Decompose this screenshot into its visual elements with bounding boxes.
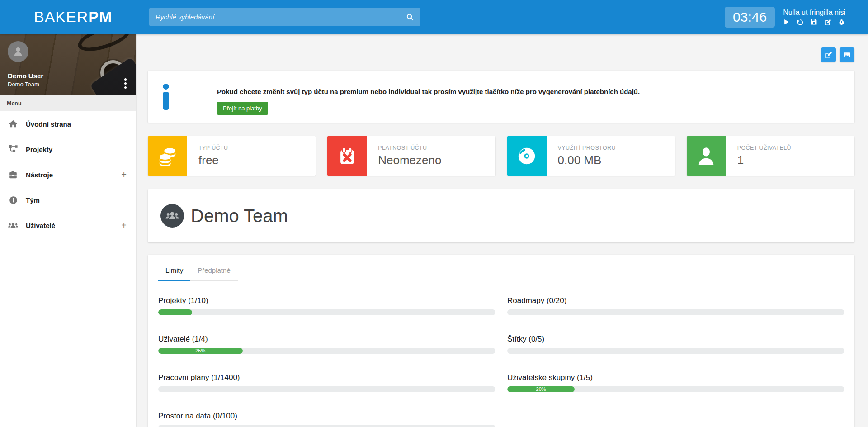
user-team-name: Demo Team — [8, 81, 39, 88]
sidebar-item-tym[interactable]: Tým — [0, 187, 136, 213]
limit-label: Uživatelé (1/4) — [158, 335, 495, 344]
limit-label: Štítky (0/5) — [507, 335, 844, 344]
photo-coffee-cup-decor — [100, 60, 126, 85]
progress-track: 25% — [158, 348, 495, 354]
tab-predplatne[interactable]: Předplatné — [190, 266, 238, 281]
stat-label: PLATNOST ÚČTU — [378, 145, 441, 151]
progress-fill: 25% — [158, 348, 243, 354]
user-name: Demo User — [8, 72, 43, 80]
limit-label: Pracovní plány (1/1400) — [158, 373, 495, 382]
progress-fill: 20% — [507, 386, 575, 392]
limit-label: Uživatelské skupiny (1/5) — [507, 373, 844, 382]
stat-value: free — [198, 153, 228, 167]
progress-track — [158, 386, 495, 392]
save-icon[interactable] — [811, 19, 817, 25]
sidebar-item-label: Tým — [26, 196, 40, 204]
expand-plus-icon[interactable]: + — [121, 220, 127, 231]
app-logo[interactable]: BAKERPM — [0, 8, 136, 26]
logo-text-bold: PM — [88, 8, 112, 25]
tab-limity[interactable]: Limity — [158, 266, 190, 281]
stat-card-user-count: POČET UŽIVATELŮ 1 — [687, 136, 854, 176]
stat-card-account-validity: PLATNOST ÚČTU Neomezeno — [327, 136, 495, 176]
page-actions — [148, 47, 854, 62]
timer-display[interactable]: 03:46 — [725, 7, 775, 28]
sidebar-item-label: Nástroje — [26, 171, 53, 179]
sidebar-item-projekty[interactable]: Projekty — [0, 137, 136, 162]
sidebar-item-nastroje[interactable]: Nástroje + — [0, 162, 136, 187]
stat-card-space-usage: VYUŽITÍ PROSTORU 0.00 MB — [507, 136, 675, 176]
kebab-menu-icon[interactable] — [124, 76, 127, 90]
undo-icon[interactable] — [797, 19, 804, 26]
search-input[interactable] — [149, 8, 400, 26]
team-header-card: Demo Team — [148, 189, 854, 242]
avatar[interactable] — [8, 41, 28, 62]
play-icon[interactable] — [783, 19, 790, 25]
stat-value: Neomezeno — [378, 153, 441, 167]
limits-tabs: Limity Předplatné — [158, 266, 238, 281]
profile-header: Demo User Demo Team — [0, 34, 136, 95]
stat-label: TYP ÚČTU — [198, 145, 228, 151]
users-icon — [7, 220, 19, 231]
limits-grid: Projekty (1/10) Roadmapy (0/20) Uživatel… — [158, 296, 844, 427]
home-icon — [7, 119, 19, 129]
go-to-payments-button[interactable]: Přejít na platby — [217, 102, 268, 115]
menu-header: Menu — [0, 95, 136, 111]
limit-item-uzivatele: Uživatelé (1/4) 25% — [158, 335, 495, 354]
limit-label: Projekty (1/10) — [158, 296, 495, 305]
user-icon — [696, 146, 717, 166]
stat-value: 0.00 MB — [558, 153, 616, 167]
sidebar: Demo User Demo Team Menu Úvodní strana P… — [0, 34, 136, 427]
photo-phone-decor — [90, 57, 136, 95]
topbar: BAKERPM 03:46 Nulla ut fringilla nisi — [0, 0, 868, 34]
person-icon — [12, 45, 24, 58]
active-task-label: Nulla ut fringilla nisi — [783, 9, 845, 17]
quick-search[interactable] — [149, 8, 420, 26]
limit-item-uzivatelske-skupiny: Uživatelské skupiny (1/5) 20% — [507, 373, 844, 392]
logo-text-light: BAKER — [34, 8, 88, 25]
expand-plus-icon[interactable]: + — [121, 170, 127, 180]
stat-label: POČET UŽIVATELŮ — [737, 145, 791, 151]
progress-track — [158, 309, 495, 315]
info-message: Pokud chcete změnit svůj typ účtu na pre… — [217, 88, 640, 95]
limit-item-prostor-na-data: Prostor na data (0/100) — [158, 412, 495, 427]
search-icon[interactable] — [400, 8, 420, 26]
limit-item-projekty: Projekty (1/10) — [158, 296, 495, 315]
sidebar-item-uzivatele[interactable]: Uživatelé + — [0, 213, 136, 238]
disc-icon — [516, 146, 537, 166]
image-icon — [843, 51, 851, 59]
progress-fill — [158, 309, 192, 315]
group-icon — [160, 204, 184, 228]
limit-label: Roadmapy (0/20) — [507, 296, 844, 305]
stat-value: 1 — [737, 153, 791, 167]
sidebar-item-uvodni-strana[interactable]: Úvodní strana — [0, 111, 136, 137]
account-info-card: Pokud chcete změnit svůj typ účtu na pre… — [148, 71, 854, 123]
edit-page-button[interactable] — [821, 47, 836, 62]
sidebar-item-label: Projekty — [26, 146, 52, 153]
coins-icon — [157, 146, 178, 166]
limit-label: Prostor na data (0/100) — [158, 412, 495, 421]
team-title: Demo Team — [191, 206, 288, 226]
stat-label: VYUŽITÍ PROSTORU — [558, 145, 616, 151]
image-button[interactable] — [840, 47, 854, 62]
edit-icon[interactable] — [824, 19, 831, 26]
sidebar-item-label: Uživatelé — [26, 222, 55, 229]
progress-track: 20% — [507, 386, 844, 392]
photo-glasses-decor — [75, 34, 133, 56]
info-letter-icon — [160, 84, 171, 110]
progress-track — [507, 309, 844, 315]
stopwatch-icon[interactable] — [838, 19, 845, 25]
calendar-x-icon — [338, 147, 357, 166]
stat-cards-row: TYP ÚČTU free PLATNOST ÚČTU Neomezeno — [148, 136, 854, 176]
limit-item-roadmapy: Roadmapy (0/20) — [507, 296, 844, 315]
stat-card-account-type: TYP ÚČTU free — [148, 136, 316, 176]
progress-track — [507, 348, 844, 354]
limit-item-stitky: Štítky (0/5) — [507, 335, 844, 354]
sitemap-icon — [7, 144, 19, 154]
time-tracker: 03:46 Nulla ut fringilla nisi — [725, 0, 845, 34]
limits-card: Limity Předplatné Projekty (1/10) Roadma… — [148, 255, 854, 427]
progress-track — [158, 425, 495, 427]
edit-icon — [825, 51, 832, 59]
main-content: Pokud chcete změnit svůj typ účtu na pre… — [136, 34, 868, 427]
limit-item-pracovni-plany: Pracovní plány (1/1400) — [158, 373, 495, 392]
info-icon — [7, 195, 19, 205]
